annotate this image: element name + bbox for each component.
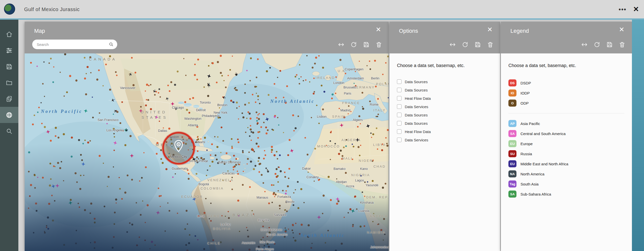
option-checkbox-0[interactable] — [397, 79, 401, 84]
copy-icon — [6, 96, 13, 102]
legend-list: DSDSDPIOIODPOODPAPAsia PacificSACentral … — [508, 79, 624, 198]
refresh-icon — [594, 41, 600, 48]
option-label: Heat Flow Data — [405, 130, 431, 134]
app-close-icon[interactable]: ✕ — [633, 5, 639, 13]
sidebar-item-home[interactable] — [0, 26, 18, 42]
right-scroll-strip[interactable] — [632, 20, 644, 251]
legend-badge: SA — [508, 130, 516, 137]
option-row: Data Sources — [397, 121, 493, 126]
option-checkbox-5[interactable] — [397, 121, 401, 126]
resize-button[interactable] — [338, 41, 344, 49]
options-panel: Options ✕ Choose a data set, basemap, et… — [389, 22, 500, 251]
options-panel-title: Options — [399, 28, 418, 34]
option-label: Data Services — [405, 105, 428, 109]
legend-label: Asia Pacific — [520, 121, 540, 126]
options-panel-close-icon[interactable]: ✕ — [487, 26, 493, 33]
save-button[interactable] — [474, 41, 481, 49]
option-row: Data Sources — [397, 79, 493, 84]
legend-badge: IO — [508, 89, 516, 97]
save-button[interactable] — [363, 41, 370, 49]
legend-badge: O — [508, 100, 516, 107]
legend-item: SASub-Sahara Africa — [508, 191, 624, 198]
options-subtitle: Choose a data set, basemap, etc. — [397, 63, 493, 68]
delete-button[interactable] — [487, 41, 494, 49]
options-list: Data SourcesData SourcesHeat Flow DataDa… — [397, 79, 493, 142]
legend-badge: Tag — [508, 180, 516, 187]
search-icon — [109, 42, 114, 47]
legend-label: Russia — [520, 152, 532, 156]
legend-item: IOIODP — [508, 89, 624, 97]
legend-item: SURussia — [508, 150, 624, 157]
legend-panel-close-icon[interactable]: ✕ — [619, 26, 624, 33]
overflow-menu-icon[interactable]: ••• — [619, 6, 626, 13]
option-checkbox-1[interactable] — [397, 88, 401, 92]
options-panel-header[interactable]: Options ✕ — [389, 22, 500, 53]
sidebar-item-copy[interactable] — [0, 91, 18, 107]
legend-badge: EU — [508, 160, 516, 167]
map-panel-close-icon[interactable]: ✕ — [376, 26, 381, 33]
legend-badge: SA — [508, 191, 516, 198]
search-icon — [6, 128, 13, 135]
option-label: Data Sources — [405, 113, 428, 117]
app-title: Gulf of Mexico Jurassic — [24, 7, 80, 12]
save-button[interactable] — [606, 41, 613, 49]
option-label: Data Sources — [405, 80, 428, 84]
legend-label: DSDP — [520, 81, 531, 85]
arrows-horizontal-icon — [338, 41, 344, 48]
refresh-button[interactable] — [462, 41, 468, 49]
map-search — [32, 40, 117, 49]
option-label: Data Sources — [405, 121, 428, 126]
legend-badge: EU — [508, 140, 516, 147]
legend-label: Europe — [520, 142, 533, 146]
legend-item: EUEurope — [508, 140, 624, 147]
option-checkbox-7[interactable] — [397, 138, 401, 142]
option-checkbox-4[interactable] — [397, 113, 401, 117]
option-row: Heat Flow Data — [397, 129, 493, 134]
trash-icon — [487, 41, 494, 48]
legend-label: Central and South America — [520, 132, 566, 136]
sidebar-item-projects[interactable] — [0, 75, 18, 91]
legend-panel-header[interactable]: Legend ✕ — [501, 22, 632, 53]
option-checkbox-2[interactable] — [397, 96, 401, 101]
map-search-input[interactable] — [32, 40, 117, 49]
option-label: Data Sources — [405, 88, 428, 92]
legend-label: South Asia — [520, 182, 539, 186]
sidebar-item-map[interactable] — [0, 107, 18, 123]
delete-button[interactable] — [619, 41, 625, 49]
option-row: Data Sources — [397, 88, 493, 92]
legend-item: EUMiddle East and North Africa — [508, 160, 624, 167]
map-canvas[interactable]: ✈✈✈✈✈✈✈✈✈✈✈ CANADAUNITEDSTATESMEXICOBRAZ… — [25, 53, 389, 251]
arrows-horizontal-icon — [449, 41, 456, 48]
refresh-icon — [350, 41, 357, 48]
legend-item: OODP — [508, 100, 624, 107]
sidebar-item-save[interactable] — [0, 58, 18, 75]
globe-icon — [6, 112, 13, 118]
refresh-button[interactable] — [594, 41, 600, 49]
trash-icon — [619, 41, 625, 48]
resize-button[interactable] — [449, 41, 456, 49]
legend-badge: AP — [508, 120, 516, 127]
map-panel-header[interactable]: Map ✕ — [25, 22, 389, 53]
legend-item: TagSouth Asia — [508, 180, 624, 187]
sidebar-item-search[interactable] — [0, 123, 18, 139]
option-checkbox-6[interactable] — [397, 129, 401, 134]
map-panel: Map ✕ — [25, 22, 389, 251]
app-logo-icon — [4, 4, 15, 15]
sliders-icon — [6, 47, 13, 54]
option-row: Data Services — [397, 138, 493, 142]
trash-icon — [376, 41, 382, 48]
resize-button[interactable] — [581, 41, 588, 49]
accent-divider — [0, 18, 644, 20]
legend-badge: SU — [508, 150, 516, 157]
legend-item: NANorth America — [508, 170, 624, 177]
arrows-horizontal-icon — [581, 41, 588, 48]
map-selection-marker[interactable]: Mexico City — [162, 132, 195, 165]
sidebar-item-settings[interactable] — [0, 42, 18, 58]
option-checkbox-3[interactable] — [397, 104, 401, 109]
top-bar: Gulf of Mexico Jurassic ••• ✕ — [0, 0, 644, 18]
option-label: Heat Flow Data — [405, 96, 431, 101]
refresh-button[interactable] — [350, 41, 357, 49]
delete-button[interactable] — [376, 41, 382, 49]
legend-panel: Legend ✕ Choose a data set, basemap, etc… — [501, 22, 632, 251]
save-icon — [606, 41, 613, 48]
